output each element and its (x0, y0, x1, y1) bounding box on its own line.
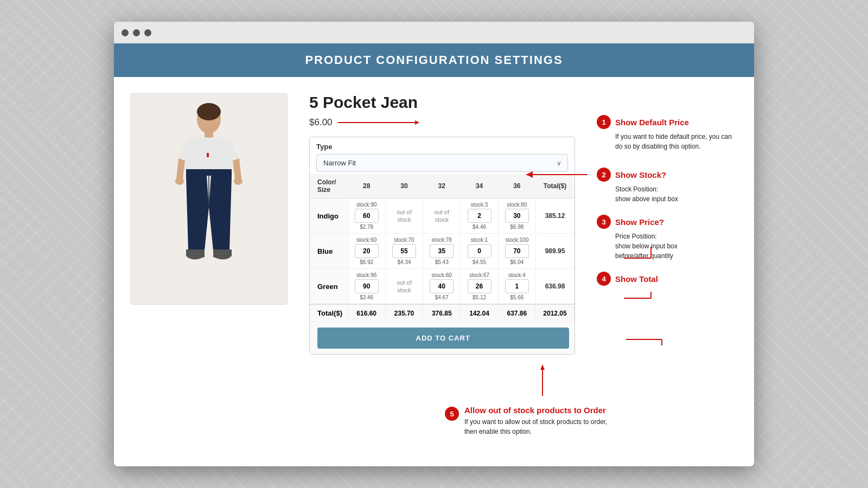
total-36: 637.86 (498, 304, 535, 322)
cell-blue-28: stock:60 $6.92 (348, 234, 385, 269)
qty-blue-28[interactable] (355, 244, 379, 258)
cell-green-28: stock:96 $3.46 (348, 269, 385, 305)
badge-5: 5 (445, 407, 459, 421)
annotation-3: 3 Show Price? Price Position:show below … (597, 215, 732, 261)
cell-blue-30: stock:70 $4.34 (385, 234, 423, 269)
add-to-cart-button[interactable]: ADD TO CART (317, 328, 569, 349)
out-of-stock-label: out ofstock (427, 206, 456, 226)
cell-indigo-32: out ofstock (423, 198, 461, 234)
qty-blue-32[interactable] (430, 244, 454, 258)
ann-desc-5: If you want to allow out of stock produc… (464, 417, 616, 436)
color-blue: Blue (310, 234, 348, 269)
svg-point-1 (197, 103, 221, 120)
cell-indigo-34: stock:3 $4.46 (461, 198, 498, 234)
total-green: 636.98 (535, 269, 574, 305)
out-of-stock-label: out ofstock (390, 206, 418, 226)
cell-blue-34: stock:1 $4.55 (461, 234, 498, 269)
product-image-section (130, 93, 288, 305)
table-row: Blue stock:60 $6.92 stock:70 (310, 234, 575, 269)
config-table-container: Type Narrow FitRegular FitSlim Fit Color… (309, 137, 575, 355)
total-30: 235.70 (385, 304, 423, 322)
total-32: 376.85 (423, 304, 461, 322)
ann-desc-2: Stock Position:show above input box (597, 184, 732, 204)
table-row: Green stock:96 $3.46 out ofstock (310, 269, 575, 305)
annotations-panel: 1 Show Default Price If you want to hide… (597, 93, 732, 297)
col-header-36: 36 (498, 174, 535, 198)
ann-title-5: Allow out of stock products to Order (464, 406, 616, 415)
total-34: 142.04 (461, 304, 498, 322)
ann-desc-3: Price Position:show below input boxbefor… (597, 232, 732, 261)
qty-green-36[interactable] (505, 279, 529, 293)
svg-point-3 (175, 177, 184, 185)
page-content: 5 Pocket Jean $6.00 Type Narrow FitRegul… (114, 77, 754, 466)
price-value: $6.00 (309, 117, 333, 128)
minimize-dot (133, 29, 140, 36)
annotation-5-container: 5 Allow out of stock products to Order I… (445, 406, 616, 436)
add-to-cart-row: ADD TO CART (310, 322, 575, 355)
ann-title-1: Show Default Price (615, 118, 689, 127)
svg-point-4 (234, 177, 242, 185)
qty-blue-36[interactable] (505, 244, 529, 258)
cell-blue-36: stock:100 $6.04 (498, 234, 535, 269)
config-table: Color/Size 28 30 32 34 36 Total($) Indig… (310, 174, 575, 354)
cell-green-36: stock:4 $5.66 (498, 269, 535, 305)
product-image-box (130, 93, 288, 305)
price-arrow-svg (338, 117, 425, 128)
cell-green-30: out ofstock (385, 269, 423, 305)
product-price-row: $6.00 (309, 117, 575, 128)
product-title: 5 Pocket Jean (309, 93, 575, 112)
qty-green-34[interactable] (468, 279, 492, 293)
add-to-cart-cell: ADD TO CART (310, 322, 575, 355)
color-size-header: Color/Size (310, 174, 348, 198)
totals-label: Total($) (310, 304, 348, 322)
annotation-1: 1 Show Default Price If you want to hide… (597, 115, 732, 151)
ann-5-content: Allow out of stock products to Order If … (464, 406, 616, 436)
type-label: Type (316, 143, 568, 151)
type-section: Type Narrow FitRegular FitSlim Fit (310, 137, 575, 174)
qty-indigo-36[interactable] (505, 209, 529, 223)
qty-blue-34[interactable] (468, 244, 492, 258)
type-select-wrapper[interactable]: Narrow FitRegular FitSlim Fit (316, 154, 568, 172)
qty-indigo-28[interactable] (355, 209, 379, 223)
qty-blue-30[interactable] (392, 244, 416, 258)
cell-green-32: stock:60 $4.67 (423, 269, 461, 305)
maximize-dot (144, 29, 151, 36)
color-indigo: Indigo (310, 198, 348, 234)
browser-window: PRODUCT CONFIGURATION SETTINGS (114, 22, 754, 466)
badge-2: 2 (597, 168, 611, 182)
total-indigo: 385.12 (535, 198, 574, 234)
total-28: 616.60 (348, 304, 385, 322)
cell-indigo-28: stock:90 $2.78 (348, 198, 385, 234)
cell-indigo-30: out ofstock (385, 198, 423, 234)
badge-1: 1 (597, 115, 611, 129)
qty-green-28[interactable] (355, 279, 379, 293)
ann-title-3: Show Price? (615, 217, 664, 227)
col-header-30: 30 (385, 174, 423, 198)
grand-total: 2012.05 (535, 304, 574, 322)
col-header-total: Total($) (535, 174, 574, 198)
badge-4: 4 (597, 272, 611, 286)
col-header-32: 32 (423, 174, 461, 198)
col-header-34: 34 (461, 174, 498, 198)
cell-blue-32: stock:78 $5.43 (423, 234, 461, 269)
product-image-svg (155, 99, 263, 299)
badge-3: 3 (597, 215, 611, 229)
product-details: 5 Pocket Jean $6.00 Type Narrow FitRegul… (309, 93, 575, 355)
annotation-4: 4 Show Total (597, 272, 732, 286)
annotation-2: 2 Show Stock? Stock Position:show above … (597, 168, 732, 204)
table-header-row: Color/Size 28 30 32 34 36 Total($) (310, 174, 575, 198)
page-header: PRODUCT CONFIGURATION SETTINGS (114, 43, 754, 77)
qty-indigo-34[interactable] (468, 209, 492, 223)
col-header-28: 28 (348, 174, 385, 198)
svg-rect-5 (186, 169, 232, 176)
type-select[interactable]: Narrow FitRegular FitSlim Fit (316, 154, 568, 172)
cell-green-34: stock:67 $5.12 (461, 269, 498, 305)
totals-row: Total($) 616.60 235.70 376.85 142.04 637… (310, 304, 575, 322)
qty-green-32[interactable] (430, 279, 454, 293)
svg-rect-7 (207, 153, 209, 157)
page-title: PRODUCT CONFIGURATION SETTINGS (114, 53, 754, 67)
color-green: Green (310, 269, 348, 305)
out-of-stock-label: out ofstock (390, 277, 418, 297)
svg-marker-9 (415, 120, 419, 125)
browser-titlebar (114, 22, 754, 43)
